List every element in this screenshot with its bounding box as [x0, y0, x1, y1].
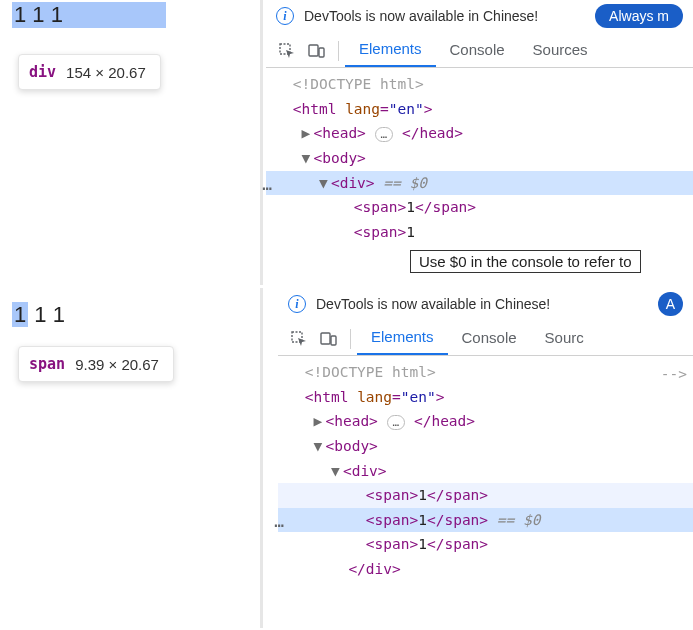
- devtools-bottom: i DevTools is now available in Chinese! …: [278, 288, 693, 628]
- row-rest: 1 1: [28, 302, 65, 327]
- tree-div-close[interactable]: </div>: [278, 557, 693, 582]
- tree-div-selected[interactable]: ⋯ ▼<div> == $0: [266, 171, 693, 196]
- tab-elements[interactable]: Elements: [357, 322, 448, 355]
- svg-rect-2: [319, 48, 324, 57]
- info-icon: i: [288, 295, 306, 313]
- elements-tree-top[interactable]: <!DOCTYPE html> <html lang="en"> ▶<head>…: [266, 68, 693, 244]
- always-button[interactable]: A: [658, 292, 683, 316]
- devtools-top: i DevTools is now available in Chinese! …: [266, 0, 693, 285]
- device-icon[interactable]: [302, 35, 332, 67]
- tab-sources[interactable]: Sources: [519, 35, 602, 66]
- svg-rect-1: [309, 45, 318, 56]
- tree-html[interactable]: <html lang="en">: [278, 385, 693, 410]
- tree-body[interactable]: ▼<body>: [266, 146, 693, 171]
- info-bar: i DevTools is now available in Chinese! …: [278, 288, 693, 322]
- page-preview-top: 1 1 1 div 154 × 20.67: [0, 0, 255, 285]
- devtools-toolbar: Elements Console Sourc: [278, 322, 693, 356]
- tree-span-a[interactable]: <span>1</span>: [278, 483, 693, 508]
- tree-body[interactable]: ▼<body>: [278, 434, 693, 459]
- svg-rect-4: [321, 333, 330, 344]
- tooltip-tag: span: [29, 355, 65, 373]
- device-icon[interactable]: [314, 323, 344, 355]
- tree-doctype[interactable]: <!DOCTYPE html>: [278, 360, 693, 385]
- page-preview-bottom: 1 1 1 span 9.39 × 20.67: [0, 288, 255, 628]
- svg-rect-5: [331, 336, 336, 345]
- info-icon: i: [276, 7, 294, 25]
- tree-html[interactable]: <html lang="en">: [266, 97, 693, 122]
- ellipsis-badge[interactable]: …: [375, 127, 394, 142]
- highlighted-div: 1 1 1: [12, 2, 166, 28]
- console-ref-tooltip: Use $0 in the console to refer to: [410, 250, 641, 273]
- highlighted-span-row: 1 1 1: [0, 288, 255, 328]
- tree-span-c[interactable]: <span>1</span>: [278, 532, 693, 557]
- devtools-toolbar: Elements Console Sources: [266, 34, 693, 68]
- inspector-tooltip-span: span 9.39 × 20.67: [18, 346, 174, 382]
- highlighted-span: 1: [12, 302, 28, 327]
- tree-doctype[interactable]: <!DOCTYPE html>: [266, 72, 693, 97]
- tab-console[interactable]: Console: [448, 323, 531, 354]
- tree-head[interactable]: ▶<head> … </head>: [266, 121, 693, 146]
- info-text: DevTools is now available in Chinese!: [304, 8, 585, 24]
- tooltip-tag: div: [29, 63, 56, 81]
- inspector-tooltip-div: div 154 × 20.67: [18, 54, 161, 90]
- highlighted-div-row: 1 1 1: [0, 0, 255, 28]
- inspect-icon[interactable]: [284, 323, 314, 355]
- tree-span-2[interactable]: <span>1: [266, 220, 693, 245]
- tooltip-dimensions: 9.39 × 20.67: [75, 356, 159, 373]
- tree-head[interactable]: ▶<head> … </head>: [278, 409, 693, 434]
- always-button[interactable]: Always m: [595, 4, 683, 28]
- ellipsis-badge[interactable]: …: [387, 415, 406, 430]
- elements-tree-bottom[interactable]: --> <!DOCTYPE html> <html lang="en"> ▶<h…: [278, 356, 693, 582]
- info-bar: i DevTools is now available in Chinese! …: [266, 0, 693, 34]
- tab-elements[interactable]: Elements: [345, 34, 436, 67]
- inspect-icon[interactable]: [272, 35, 302, 67]
- info-text: DevTools is now available in Chinese!: [316, 296, 648, 312]
- tab-console[interactable]: Console: [436, 35, 519, 66]
- tree-span-b-selected[interactable]: ⋯ <span>1</span> == $0: [278, 508, 693, 533]
- tree-div[interactable]: ▼<div>: [278, 459, 693, 484]
- tab-sources[interactable]: Sourc: [531, 323, 598, 354]
- tree-span-1[interactable]: <span>1</span>: [266, 195, 693, 220]
- tooltip-dimensions: 154 × 20.67: [66, 64, 146, 81]
